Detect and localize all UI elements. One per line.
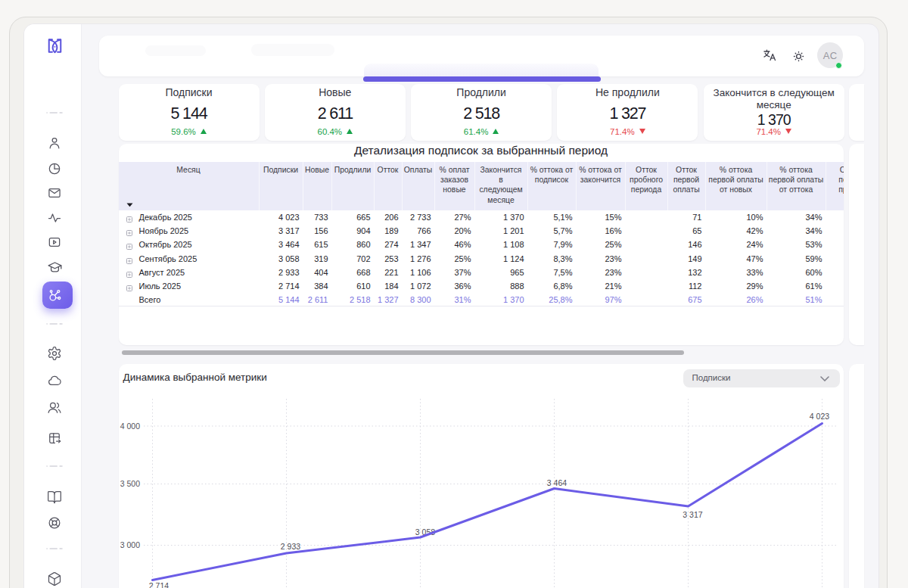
svg-text:3 464: 3 464 xyxy=(546,478,566,487)
svg-text:2 714: 2 714 xyxy=(148,580,168,588)
svg-text:3 317: 3 317 xyxy=(683,509,702,518)
svg-text:4 000: 4 000 xyxy=(120,421,139,430)
svg-text:3 000: 3 000 xyxy=(120,540,139,549)
svg-text:4 023: 4 023 xyxy=(809,412,829,421)
svg-text:2 933: 2 933 xyxy=(280,541,300,550)
svg-text:3 500: 3 500 xyxy=(120,479,139,488)
